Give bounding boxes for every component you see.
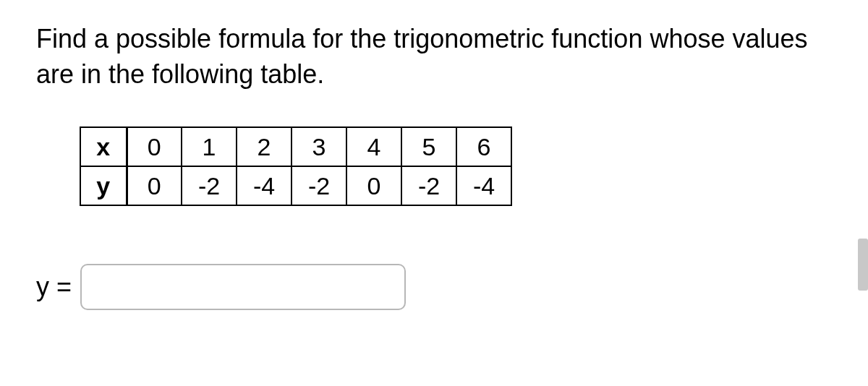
table-cell: 0 [127, 127, 182, 166]
table-cell: -2 [292, 166, 346, 205]
scrollbar-thumb[interactable] [858, 239, 868, 291]
table-cell: -4 [237, 166, 292, 205]
table-cell: 0 [346, 166, 401, 205]
table-cell: -2 [182, 166, 237, 205]
answer-row: y = [36, 264, 832, 310]
data-table-wrapper: x 0 1 2 3 4 5 6 y 0 -2 -4 -2 0 -2 -4 [80, 126, 832, 206]
table-cell: 1 [182, 127, 237, 166]
table-cell: 2 [237, 127, 292, 166]
table-row: x 0 1 2 3 4 5 6 [80, 127, 511, 166]
table-cell: 4 [346, 127, 401, 166]
table-cell: -2 [401, 166, 456, 205]
table-cell: 0 [127, 166, 182, 205]
row-header-x: x [80, 127, 127, 166]
question-prompt: Find a possible formula for the trigonom… [36, 22, 832, 92]
table-cell: 3 [292, 127, 346, 166]
table-cell: 5 [401, 127, 456, 166]
table-cell: 6 [456, 127, 511, 166]
answer-label: y = [36, 272, 72, 302]
table-cell: -4 [456, 166, 511, 205]
row-header-y: y [80, 166, 127, 205]
data-table: x 0 1 2 3 4 5 6 y 0 -2 -4 -2 0 -2 -4 [80, 126, 512, 206]
table-row: y 0 -2 -4 -2 0 -2 -4 [80, 166, 511, 205]
answer-input[interactable] [80, 264, 406, 310]
